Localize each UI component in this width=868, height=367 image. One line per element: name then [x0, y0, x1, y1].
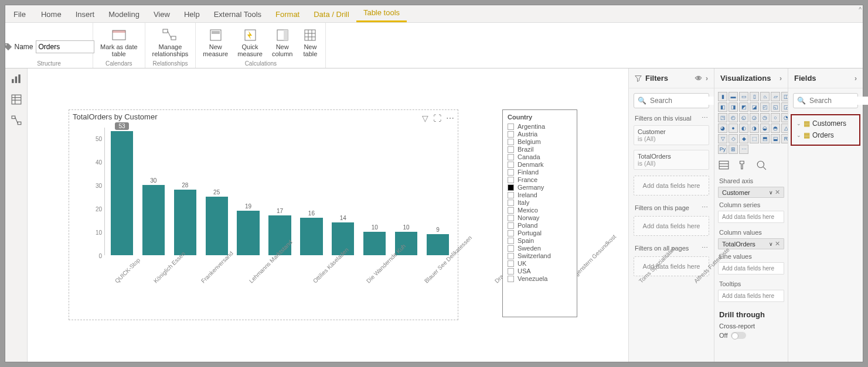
viz-type-icon[interactable]: ⋯: [739, 145, 748, 154]
viz-type-icon[interactable]: ⊞: [729, 145, 738, 154]
viz-type-icon[interactable]: ◑: [750, 124, 759, 133]
checkbox-icon[interactable]: [508, 276, 514, 282]
slicer-item[interactable]: Poland: [508, 222, 572, 229]
viz-type-icon[interactable]: ▯: [750, 92, 759, 101]
filter-card-totalorders[interactable]: TotalOrders is (All): [634, 150, 709, 170]
viz-type-icon[interactable]: ◆: [739, 134, 748, 143]
checkbox-icon[interactable]: [508, 245, 514, 252]
chevron-right-icon[interactable]: ›: [706, 74, 708, 83]
column-series-dropzone[interactable]: Add data fields here: [718, 211, 784, 223]
more-icon[interactable]: ⋯: [702, 244, 708, 252]
bar-chart-visual[interactable]: TotalOrders by Customer ▽ ⛶ ⋯ 0102030405…: [69, 109, 458, 320]
checkbox-icon[interactable]: [508, 222, 514, 229]
filters-visual-dropzone[interactable]: Add data fields here: [634, 176, 709, 195]
manage-relationships-button[interactable]: Manage relationships: [150, 27, 191, 59]
bar[interactable]: 10: [360, 224, 389, 255]
viz-type-icon[interactable]: ◩: [739, 102, 748, 112]
country-slicer[interactable]: Country ArgentinaAustriaBelgiumBrazilCan…: [502, 109, 577, 317]
tab-external-tools[interactable]: External Tools: [207, 6, 268, 22]
viz-type-icon[interactable]: ◳: [718, 113, 727, 122]
new-table-button[interactable]: New table: [299, 27, 321, 59]
viz-type-icon[interactable]: ◵: [739, 113, 748, 122]
slicer-item[interactable]: France: [508, 176, 572, 183]
slicer-item[interactable]: Sweden: [508, 245, 572, 252]
eye-icon[interactable]: 👁: [695, 74, 702, 83]
new-column-button[interactable]: New column: [270, 27, 295, 59]
viz-type-icon[interactable]: ▽: [718, 134, 727, 143]
checkbox-icon[interactable]: [508, 184, 514, 191]
viz-type-icon[interactable]: Py: [718, 145, 727, 154]
fields-tab-icon[interactable]: [718, 160, 730, 170]
fields-search[interactable]: 🔍: [793, 93, 858, 108]
slicer-item[interactable]: Spain: [508, 237, 572, 244]
viz-type-icon[interactable]: ⏥: [771, 92, 780, 101]
analytics-tab-icon[interactable]: [755, 160, 767, 170]
checkbox-icon[interactable]: [508, 230, 514, 236]
viz-type-icon[interactable]: ◐: [739, 124, 748, 133]
slicer-item[interactable]: Germany: [508, 184, 572, 191]
slicer-item[interactable]: Denmark: [508, 161, 572, 168]
report-canvas[interactable]: TotalOrders by Customer ▽ ⛶ ⋯ 0102030405…: [28, 68, 628, 362]
viz-type-icon[interactable]: ◒: [760, 124, 770, 133]
checkbox-icon[interactable]: [508, 192, 514, 198]
checkbox-icon[interactable]: [508, 131, 514, 138]
viz-type-icon[interactable]: ▬: [729, 92, 738, 101]
checkbox-icon[interactable]: [508, 238, 514, 244]
checkbox-icon[interactable]: [508, 268, 514, 275]
slicer-item[interactable]: Norway: [508, 214, 572, 221]
checkbox-icon[interactable]: [508, 124, 514, 130]
name-input[interactable]: [36, 40, 94, 53]
viz-type-icon[interactable]: ◕: [718, 124, 727, 133]
slicer-item[interactable]: Italy: [508, 199, 572, 206]
tab-insert[interactable]: Insert: [69, 6, 102, 22]
data-view-icon[interactable]: [11, 94, 22, 105]
viz-type-icon[interactable]: ◴: [729, 113, 738, 122]
quick-measure-button[interactable]: Quick measure: [235, 27, 265, 59]
checkbox-icon[interactable]: [508, 169, 514, 176]
checkbox-icon[interactable]: [508, 177, 514, 183]
bar[interactable]: 16: [297, 210, 325, 255]
bar[interactable]: 9: [424, 227, 452, 255]
viz-type-icon[interactable]: ⬒: [760, 134, 770, 143]
cross-report-toggle[interactable]: [731, 332, 746, 339]
checkbox-icon[interactable]: [508, 162, 514, 168]
chevron-right-icon[interactable]: ›: [780, 74, 782, 83]
viz-type-icon[interactable]: ○: [771, 113, 780, 122]
viz-type-icon[interactable]: ●: [729, 124, 738, 133]
checkbox-icon[interactable]: [508, 207, 514, 214]
viz-type-icon[interactable]: ◶: [750, 113, 759, 122]
checkbox-icon[interactable]: [508, 146, 514, 153]
remove-icon[interactable]: ✕: [775, 188, 780, 195]
viz-type-icon[interactable]: ◨: [729, 102, 738, 112]
viz-type-icon[interactable]: ◇: [729, 134, 738, 143]
bar[interactable]: 28: [171, 182, 199, 255]
viz-type-icon[interactable]: ◧: [718, 102, 727, 112]
tab-view[interactable]: View: [147, 6, 177, 22]
slicer-item[interactable]: Finland: [508, 169, 572, 176]
viz-type-icon[interactable]: ◪: [750, 102, 759, 112]
tab-file[interactable]: File: [5, 6, 34, 22]
slicer-item[interactable]: Belgium: [508, 138, 572, 145]
more-icon[interactable]: ⋯: [702, 114, 708, 122]
tab-home[interactable]: Home: [34, 6, 69, 22]
slicer-item[interactable]: Brazil: [508, 146, 572, 153]
remove-icon[interactable]: ✕: [775, 240, 780, 247]
format-tab-icon[interactable]: [737, 160, 748, 170]
checkbox-icon[interactable]: [508, 253, 514, 259]
more-options-icon[interactable]: ⋯: [446, 114, 454, 123]
slicer-item[interactable]: Switzerland: [508, 252, 572, 259]
slicer-item[interactable]: Austria: [508, 131, 572, 138]
slicer-item[interactable]: Ireland: [508, 191, 572, 198]
bar[interactable]: 30: [139, 177, 168, 255]
focus-mode-icon[interactable]: ⛶: [433, 114, 441, 123]
slicer-item[interactable]: Mexico: [508, 207, 572, 214]
viz-type-icon[interactable]: ▮: [718, 92, 727, 101]
collapse-ribbon-icon[interactable]: ^: [859, 6, 862, 13]
bar[interactable]: 25: [203, 189, 231, 255]
viz-type-icon[interactable]: ⬓: [771, 134, 780, 143]
viz-type-icon[interactable]: ◰: [760, 102, 770, 112]
slicer-item[interactable]: Portugal: [508, 229, 572, 236]
checkbox-icon[interactable]: [508, 215, 514, 221]
slicer-item[interactable]: USA: [508, 267, 572, 275]
tab-format[interactable]: Format: [268, 6, 307, 22]
